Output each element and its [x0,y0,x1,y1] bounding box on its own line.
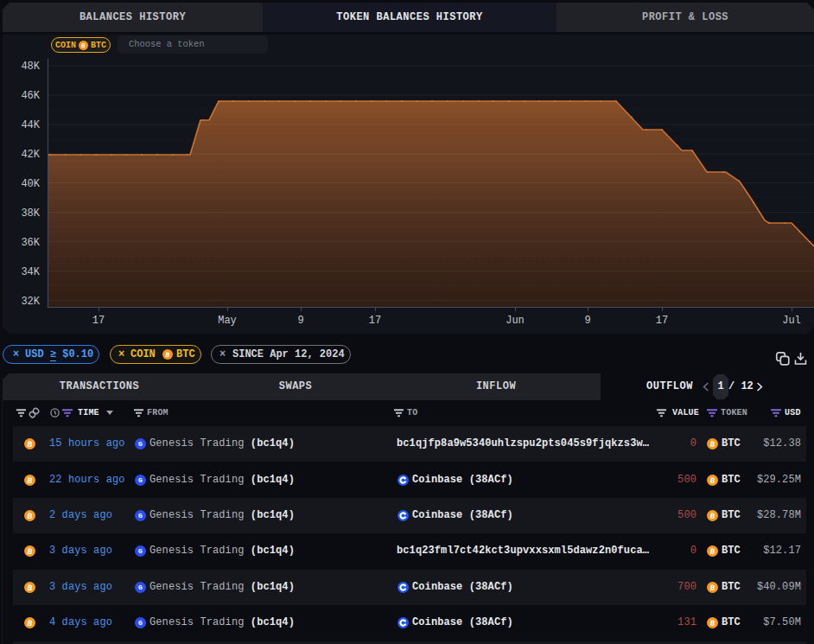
svg-text:17: 17 [656,315,668,327]
svg-text:G: G [138,619,143,627]
svg-text:9: 9 [297,315,303,327]
svg-text:G: G [138,512,143,520]
svg-text:May: May [218,315,237,327]
svg-text:32K: 32K [21,296,40,308]
svg-text:17: 17 [369,315,381,327]
svg-text:40K: 40K [21,178,40,190]
svg-text:34K: 34K [21,266,40,278]
svg-text:38K: 38K [21,207,40,220]
svg-text:G: G [138,583,143,591]
svg-text:17: 17 [92,315,105,327]
svg-text:42K: 42K [21,149,40,161]
svg-text:G: G [138,440,143,448]
svg-text:48K: 48K [21,61,40,73]
svg-text:44K: 44K [21,119,40,131]
svg-text:46K: 46K [21,90,40,102]
svg-text:G: G [138,476,143,484]
svg-text:36K: 36K [21,237,40,249]
svg-text:9: 9 [584,315,590,327]
svg-text:G: G [138,547,143,555]
svg-text:Jun: Jun [506,315,525,327]
svg-text:Jul: Jul [782,315,801,327]
